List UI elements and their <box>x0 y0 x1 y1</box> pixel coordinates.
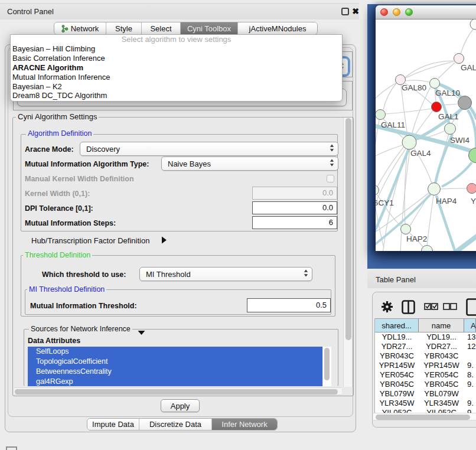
table-row[interactable]: YBL079WYBL079W <box>375 389 476 398</box>
float-panel-icon[interactable] <box>341 8 349 15</box>
which-threshold-combobox[interactable]: MI Threshold <box>139 267 312 281</box>
table-horizontal-scrollbar[interactable] <box>373 413 476 420</box>
network-edge[interactable] <box>386 109 432 114</box>
algorithm-popup-item[interactable]: Bayesian – Hill Climbing <box>11 44 342 54</box>
close-icon[interactable]: ✖ <box>351 6 360 16</box>
network-node-top-right[interactable] <box>470 19 476 30</box>
table-row[interactable]: YDR27...YDR27...12 <box>375 342 476 351</box>
network-edge[interactable] <box>376 120 379 185</box>
network-edge[interactable] <box>442 162 472 187</box>
algorithm-dropdown-popup: Select algorithm to view settings Bayesi… <box>10 34 343 102</box>
document-icon[interactable] <box>466 298 476 316</box>
table-cell: YLR345W <box>375 398 419 407</box>
network-node-gal10[interactable] <box>430 79 440 89</box>
network-node-hap2[interactable] <box>401 224 411 234</box>
network-edge[interactable] <box>406 80 429 82</box>
attribute-list-scrollbar[interactable] <box>323 347 331 386</box>
network-edge[interactable] <box>441 188 467 189</box>
table-row[interactable]: YER054CYER054C8. <box>375 370 476 380</box>
network-canvas[interactable]: GALGAL80GAL10GAL1GAL11SWI4GAL4GCY1HAP4YH… <box>376 19 476 251</box>
algorithm-popup-item[interactable]: Bayesian – K2 <box>11 82 342 92</box>
network-node-gal4[interactable] <box>402 135 416 149</box>
network-icon <box>61 25 69 32</box>
manual-kernel-label: Manual Kernel Width Definition <box>25 175 134 183</box>
settings-horizontal-scrollbar[interactable] <box>14 387 342 395</box>
control-panel-tab[interactable]: Style <box>106 22 142 34</box>
network-node-label: GAL <box>461 63 476 72</box>
settings-vertical-scrollbar-thumb[interactable] <box>345 118 351 340</box>
kernel-width-label: Kernel Width (0,1): <box>25 190 90 198</box>
mi-threshold-field[interactable]: 0.5 <box>247 298 331 312</box>
hub-section-label[interactable]: Hub/Transcription Factor Definition <box>31 236 149 245</box>
algorithm-popup-item[interactable]: Basic Correlation Inference <box>11 54 342 63</box>
zoom-traffic-light-icon[interactable] <box>405 8 413 16</box>
cyni-bottom-tab[interactable]: Impute Data <box>87 419 139 430</box>
network-node-gal11[interactable] <box>376 110 386 120</box>
minimize-traffic-light-icon[interactable] <box>393 8 400 16</box>
manual-kernel-checkbox[interactable] <box>327 175 334 182</box>
control-panel-tab[interactable]: Select <box>142 22 181 34</box>
table-cell: YBR045C <box>419 379 464 389</box>
kernel-width-field[interactable]: 0.0 <box>252 187 337 200</box>
attribute-list-item[interactable]: gal4RGexp <box>28 376 322 386</box>
unchecked-columns-icon[interactable] <box>443 303 457 311</box>
apply-button[interactable]: Apply <box>161 399 200 412</box>
dpi-tolerance-field[interactable]: 0.0 <box>252 201 337 214</box>
attribute-list-scrollbar-thumb[interactable] <box>324 348 330 380</box>
network-node-bottom[interactable] <box>422 246 433 252</box>
column-header-A[interactable]: A <box>464 319 476 332</box>
table-row[interactable]: YBR043CYBR043C <box>375 351 476 361</box>
cyni-bottom-tab[interactable]: Discretize Data <box>139 419 212 430</box>
network-node-gray-node[interactable] <box>458 96 472 110</box>
collapse-arrow-icon[interactable] <box>138 327 145 338</box>
network-node-gcy1[interactable] <box>376 185 379 195</box>
settings-horizontal-scrollbar-thumb[interactable] <box>15 389 338 394</box>
network-node-gal1[interactable] <box>432 102 442 112</box>
network-node-hap4[interactable] <box>428 183 441 195</box>
mi-steps-field[interactable]: 6 <box>252 216 337 229</box>
expand-arrow-icon[interactable] <box>161 236 167 246</box>
algorithm-popup-item[interactable]: Dream8 DC_TDC Algorithm <box>11 91 342 100</box>
table-row[interactable]: YLR345WYLR345W9. <box>375 398 476 407</box>
columns-icon[interactable] <box>402 300 415 314</box>
mi-type-combobox[interactable]: Naive Bayes <box>161 156 338 171</box>
tab-label: Impute Data <box>92 420 134 429</box>
gear-icon[interactable] <box>381 301 393 313</box>
network-edge[interactable] <box>376 145 402 158</box>
column-header-shared...[interactable]: shared... <box>375 319 419 332</box>
network-edge[interactable] <box>427 195 433 246</box>
aracne-mode-combobox[interactable]: Discovery <box>80 142 338 156</box>
network-window-titlebar <box>376 5 476 19</box>
attribute-list-item[interactable]: BetweennessCentrality <box>28 367 322 377</box>
which-threshold-label: Which threshold to use: <box>42 270 126 279</box>
network-node-label: GCY1 <box>376 198 394 207</box>
mi-steps-label: Mutual Information Steps: <box>25 219 116 227</box>
network-node-label: HAP4 <box>436 197 457 206</box>
network-node-gal[interactable] <box>454 54 464 64</box>
column-header-name[interactable]: name <box>419 319 464 332</box>
checked-columns-icon[interactable] <box>424 303 438 311</box>
settings-vertical-scrollbar[interactable] <box>343 118 353 387</box>
dpi-tolerance-value: 0.0 <box>322 203 333 212</box>
network-edge[interactable] <box>461 28 474 54</box>
attribute-list-item[interactable]: SelfLoops <box>28 347 322 357</box>
cyni-bottom-tab[interactable]: Infer Network <box>212 419 277 430</box>
table-row[interactable]: YDL19...YDL19...13 <box>375 332 476 342</box>
attribute-list-item[interactable]: TopologicalCoefficient <box>28 357 322 367</box>
network-edge[interactable] <box>377 146 404 187</box>
algorithm-popup-item-label: Bayesian – Hill Climbing <box>12 44 95 53</box>
table-horizontal-scrollbar-thumb[interactable] <box>376 415 470 420</box>
minimized-panel-icon[interactable] <box>6 446 17 450</box>
control-panel-tab[interactable]: Network <box>54 22 106 34</box>
control-panel-titlebar: Control Panel ✖ <box>0 3 359 19</box>
close-traffic-light-icon[interactable] <box>380 8 388 16</box>
table-row[interactable]: YPR145WYPR145W9. <box>375 361 476 370</box>
algorithm-popup-item[interactable]: Mutual Information Inference <box>11 73 342 82</box>
network-node-salmon[interactable] <box>467 184 476 194</box>
control-panel-tab[interactable]: jActiveMNodules <box>238 22 317 34</box>
control-panel-tab[interactable]: Cyni Toolbox <box>181 22 238 34</box>
table-row[interactable]: YBR045CYBR045C9. <box>375 379 476 389</box>
network-node-swi4[interactable] <box>445 123 456 135</box>
network-edge[interactable] <box>455 235 476 251</box>
algorithm-popup-item[interactable]: ARACNE Algorithm <box>11 63 342 73</box>
